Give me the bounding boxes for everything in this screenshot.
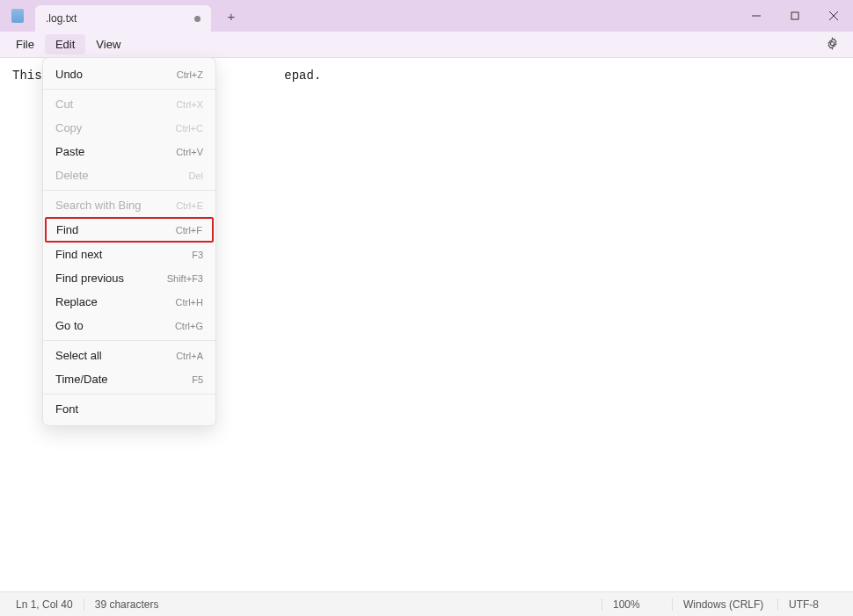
menu-find-prev-shortcut: Shift+F3 (167, 273, 203, 284)
gear-icon (826, 37, 839, 50)
statusbar: Ln 1, Col 40 39 characters 100% Windows … (0, 591, 853, 616)
menu-time-date-label: Time/Date (55, 373, 107, 386)
menu-goto-shortcut: Ctrl+G (175, 321, 203, 331)
menu-goto[interactable]: Go to Ctrl+G (43, 314, 215, 337)
status-line-ending: Windows (CRLF) (672, 598, 777, 611)
app-icon (0, 0, 35, 32)
close-button[interactable] (814, 0, 853, 32)
menu-separator (43, 340, 215, 341)
status-characters: 39 characters (84, 598, 170, 611)
menu-find-prev[interactable]: Find previous Shift+F3 (43, 266, 215, 290)
menu-file[interactable]: File (5, 34, 45, 54)
menu-select-all-label: Select all (55, 349, 102, 362)
tab-modified-indicator (194, 16, 200, 22)
menu-delete-shortcut: Del (188, 170, 203, 181)
menu-view[interactable]: View (85, 34, 131, 54)
menu-undo[interactable]: Undo Ctrl+Z (43, 62, 215, 86)
tab-title: .log.txt (46, 12, 186, 25)
menu-separator (43, 190, 215, 191)
menu-time-date[interactable]: Time/Date F5 (43, 367, 215, 391)
menubar: File Edit View (0, 32, 853, 58)
menu-delete-label: Delete (55, 169, 89, 182)
menu-find-label: Find (56, 223, 78, 236)
menu-find[interactable]: Find Ctrl+F (45, 217, 214, 243)
menu-separator (43, 89, 215, 90)
menu-delete[interactable]: Delete Del (43, 163, 215, 187)
menu-search-bing-label: Search with Bing (55, 199, 142, 212)
status-zoom[interactable]: 100% (601, 598, 672, 611)
menu-undo-shortcut: Ctrl+Z (177, 69, 203, 80)
menu-replace-label: Replace (55, 295, 98, 308)
menu-cut-shortcut: Ctrl+X (176, 99, 203, 110)
menu-font[interactable]: Font (43, 397, 215, 421)
editor-text-prefix: This (12, 69, 42, 83)
status-position: Ln 1, Col 40 (5, 598, 84, 611)
menu-paste-label: Paste (55, 145, 84, 158)
menu-font-label: Font (55, 402, 78, 416)
menu-time-date-shortcut: F5 (192, 374, 203, 385)
menu-replace[interactable]: Replace Ctrl+H (43, 290, 215, 314)
menu-find-prev-label: Find previous (55, 272, 124, 285)
new-tab-button[interactable]: + (218, 0, 244, 32)
maximize-button[interactable] (776, 0, 814, 32)
menu-find-next-shortcut: F3 (192, 250, 203, 260)
menu-select-all-shortcut: Ctrl+A (176, 351, 203, 361)
menu-search-bing-shortcut: Ctrl+E (176, 200, 203, 211)
menu-copy[interactable]: Copy Ctrl+C (43, 116, 215, 140)
window-controls (737, 0, 853, 32)
menu-edit[interactable]: Edit (45, 34, 85, 54)
menu-cut-label: Cut (55, 98, 73, 111)
notepad-icon (11, 9, 24, 23)
menu-copy-label: Copy (55, 121, 82, 134)
menu-separator (43, 394, 215, 395)
menu-find-next[interactable]: Find next F3 (43, 243, 215, 266)
editor-text-suffix: epad. (284, 69, 321, 83)
menu-search-bing[interactable]: Search with Bing Ctrl+E (43, 193, 215, 217)
settings-button[interactable] (817, 33, 848, 56)
menu-paste-shortcut: Ctrl+V (176, 147, 203, 157)
file-tab[interactable]: .log.txt (35, 5, 211, 32)
menu-find-shortcut: Ctrl+F (176, 225, 202, 236)
menu-goto-label: Go to (55, 319, 84, 332)
menu-paste[interactable]: Paste Ctrl+V (43, 140, 215, 163)
menu-select-all[interactable]: Select all Ctrl+A (43, 344, 215, 367)
menu-find-next-label: Find next (55, 248, 102, 261)
edit-dropdown-menu: Undo Ctrl+Z Cut Ctrl+X Copy Ctrl+C Paste… (42, 57, 216, 426)
menu-copy-shortcut: Ctrl+C (176, 123, 203, 134)
minimize-button[interactable] (737, 0, 776, 32)
svg-rect-1 (791, 12, 798, 19)
menu-cut[interactable]: Cut Ctrl+X (43, 92, 215, 116)
status-encoding: UTF-8 (777, 598, 848, 611)
titlebar: .log.txt + (0, 0, 853, 32)
menu-replace-shortcut: Ctrl+H (176, 297, 203, 308)
menu-undo-label: Undo (55, 68, 83, 81)
